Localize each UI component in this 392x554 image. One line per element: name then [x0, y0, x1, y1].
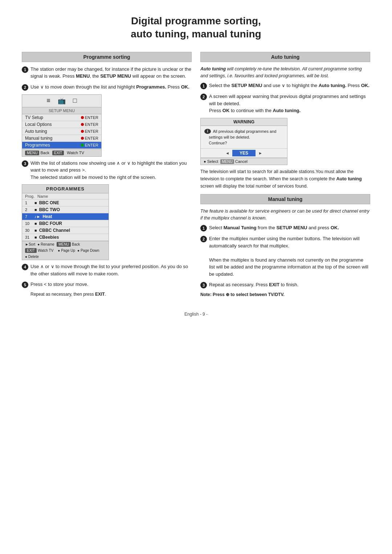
manual-step-3: 3 Repeat as necessary. Press EXIT to fin…	[200, 281, 370, 288]
manual-step-3-text: Repeat as necessary. Press EXIT to finis…	[209, 281, 370, 288]
menu-row-localoptions: Local Options ENTER	[22, 121, 101, 128]
programme-sorting-header: Programme sorting	[22, 52, 192, 62]
step-1: 1 The station order may be changed, for …	[22, 66, 192, 80]
manual-step-2-text: Enter the multiplex number using the num…	[209, 235, 370, 278]
menu-footer: MENU Back EXIT Watch TV	[22, 149, 101, 156]
menu-row-manualtuning: Manual tuning ENTER	[22, 135, 101, 142]
setup-menu-box: ≡ 📺 □ SETUP MENU TV Setup ENTER Local Op…	[22, 94, 102, 157]
warning-body: i All previous digital programmes and se…	[201, 126, 287, 148]
menu-icon-tv: 📺	[58, 97, 66, 105]
step-3: 3 With the list of stations now showing …	[22, 160, 192, 181]
auto-tuning-header: Auto tuning	[200, 52, 370, 62]
step-1-text: The station order may be changed, for in…	[30, 66, 192, 80]
warning-title: WARNING	[201, 118, 287, 126]
manual-step-2: 2 Enter the multiplex number using the n…	[200, 235, 370, 278]
prog-row-bbc1: 1 ■ BBC ONE	[22, 200, 109, 206]
manual-step-1-num: 1	[200, 225, 207, 231]
step-5-num: 5	[22, 282, 28, 288]
auto-step-2-text: A screen will appear warning that previo…	[209, 93, 370, 114]
menu-row-programmes: Programmes ENTER	[22, 142, 101, 149]
prog-row-bbc4: 10 ■ BBC FOUR	[22, 220, 109, 227]
manual-intro: The feature is available for service eng…	[200, 208, 370, 222]
right-column: Auto tuning Auto tuning will completely …	[200, 52, 370, 297]
auto-intro: Auto tuning will completely re-tune the …	[200, 66, 370, 79]
programmes-title: PROGRAMMES	[22, 185, 109, 193]
note-line: Note: Press ⊕ to select between TV/DTV.	[200, 292, 370, 297]
auto-step-2: 2 A screen will appear warning that prev…	[200, 93, 370, 114]
menu-icon-lines: ≡	[46, 97, 50, 105]
step-4-text: Use ∧ or ∨ to move through the list to y…	[30, 263, 192, 277]
step-3-text: With the list of stations now showing us…	[30, 160, 192, 181]
step-4-num: 4	[22, 264, 28, 270]
prog-row-heat: 7 ♪► Heat	[22, 213, 109, 220]
step-3-num: 3	[22, 160, 28, 167]
auto-after-text: The television will start to search for …	[200, 168, 370, 190]
prog-row-cbbc: 30 ■ CBBC Channel	[22, 227, 109, 234]
auto-step-2-num: 2	[200, 94, 207, 100]
prog-header: Prog. Name	[22, 193, 109, 200]
manual-step-1-text: Select Manual Tuning from the SETUP MENU…	[209, 224, 370, 231]
warning-yes-row: ◄ YES ►	[201, 148, 287, 158]
step-2-num: 2	[22, 84, 28, 91]
prog-row-cbeebies: 31 ■ CBeebies	[22, 234, 109, 241]
left-column: Programme sorting 1 The station order ma…	[22, 52, 192, 297]
step-5-text: Press < to store your move.	[30, 281, 192, 288]
warning-footer: ● Select MENU Cancel	[201, 158, 287, 165]
auto-step-1-text: Select the SETUP MENU and use ∨ to highl…	[209, 82, 370, 89]
step-4: 4 Use ∧ or ∨ to move through the list to…	[22, 263, 192, 277]
manual-tuning-header: Manual tuning	[200, 194, 370, 204]
page-footer: English - 9 -	[22, 312, 370, 317]
step-1-num: 1	[22, 66, 28, 73]
manual-step-1: 1 Select Manual Tuning from the SETUP ME…	[200, 224, 370, 231]
menu-icon-square: □	[73, 97, 77, 105]
auto-step-1: 1 Select the SETUP MENU and use ∨ to hig…	[200, 82, 370, 89]
page-title: Digital programme sorting, auto tuning, …	[22, 15, 370, 41]
prog-row-bbc2: 2 ■ BBC TWO	[22, 206, 109, 213]
yes-button: YES	[232, 150, 256, 156]
menu-icons-row: ≡ 📺 □	[22, 95, 101, 107]
setup-menu-title: SETUP MENU	[22, 107, 101, 114]
step-5: 5 Press < to store your move.	[22, 281, 192, 288]
step-2-text: Use ∨ to move down through the list and …	[30, 83, 192, 91]
step-5-extra: Repeat as necessary, then press EXIT.	[30, 292, 192, 297]
programmes-footer: ►Sort ● Rename MENU Back EXIT Watch TV ●…	[22, 241, 109, 260]
menu-row-autotuning: Auto tuning ENTER	[22, 128, 101, 135]
warning-box: WARNING i All previous digital programme…	[200, 118, 287, 165]
step-2: 2 Use ∨ to move down through the list an…	[22, 83, 192, 91]
auto-step-1-num: 1	[200, 83, 207, 89]
programmes-box: PROGRAMMES Prog. Name 1 ■ BBC ONE 2 ■ BB…	[22, 184, 109, 260]
menu-row-tvsetup: TV Setup ENTER	[22, 114, 101, 121]
manual-step-3-num: 3	[200, 282, 207, 288]
manual-step-2-num: 2	[200, 236, 207, 242]
